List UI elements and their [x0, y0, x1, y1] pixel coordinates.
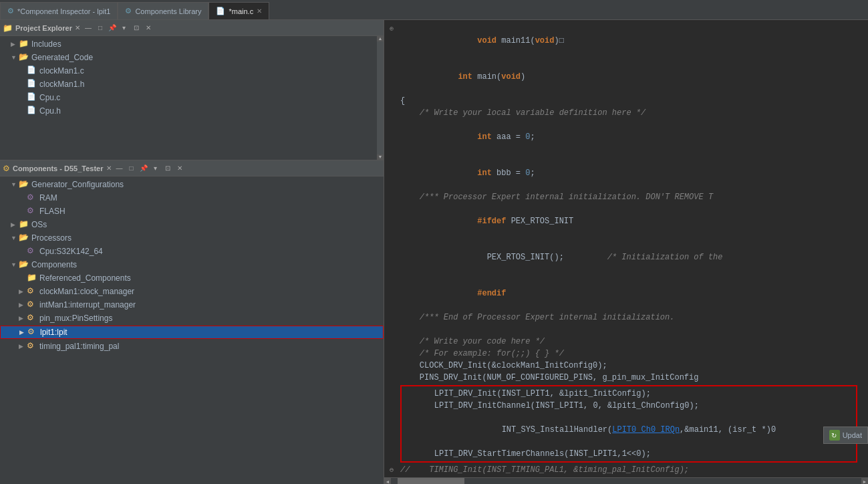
tree-item-pin-mux[interactable]: ▶ ⚙ pin_mux:PinSettings — [0, 312, 384, 325]
tab-main-c[interactable]: 📄 *main.c ✕ — [208, 2, 269, 19]
tree-item-clockman1[interactable]: ▶ ⚙ clockMan1:clock_manager — [0, 285, 384, 298]
pin-mux-comp-label: pin_mux:PinSettings — [39, 314, 112, 323]
tab-components-library[interactable]: ⚙ Components Library — [118, 2, 208, 19]
tree-item-cpu-s32k[interactable]: ⚙ Cpu:S32K142_64 — [0, 245, 384, 258]
line-text-13: /* Write your code here */ — [400, 336, 863, 348]
ref-components-icon: 📁 — [27, 273, 37, 283]
timing-pal1-comp-icon: ⚙ — [27, 341, 37, 352]
tree-item-cpu-h[interactable]: 📄 Cpu.h — [0, 104, 384, 118]
line-text-9: PEX_RTOS_INIT(); /* Initialization of th… — [400, 239, 863, 275]
project-explorer-toolbar: — □ 📌 ▾ ⊡ ✕ — [83, 23, 154, 33]
cpu-h-label: Cpu.h — [39, 106, 61, 116]
lpit1-arrow: ▶ — [19, 329, 27, 336]
oss-label: OSs — [31, 220, 47, 229]
update-button[interactable]: ↻ Updat — [823, 427, 868, 444]
tab-components-library-label: Components Library — [135, 7, 201, 15]
tree-item-clockman1-c[interactable]: 📄 clockMan1.c — [0, 64, 384, 78]
line-text-15: CLOCK_DRV_Init(&clockMan1_InitConfig0); — [400, 360, 863, 372]
line-text-14: /* For example: for(;;) { } */ — [400, 348, 863, 360]
includes-arrow: ▶ — [11, 41, 19, 47]
tree-item-processors[interactable]: ▼ 📂 Processors — [0, 231, 384, 245]
scroll-left-btn[interactable]: ◄ — [384, 478, 391, 484]
line-text-2: int main(void) — [400, 59, 863, 95]
comp-minimize-btn[interactable]: — — [114, 163, 125, 174]
timing-pal1-comp-label: timing_pal1:timing_pal — [39, 342, 119, 351]
scroll-down-btn[interactable]: ▼ — [377, 154, 384, 160]
lpit1-comp-label: lpit1:lpit — [40, 328, 67, 337]
project-explorer-panel: 📁 Project Explorer ✕ — □ 📌 ▾ ⊡ ✕ — [0, 20, 384, 160]
tree-item-oss[interactable]: ▶ 📁 OSs — [0, 218, 384, 231]
code-editor[interactable]: ⊕ void main11(void)□ int main(void) { — [384, 20, 868, 477]
components-folder-icon: 📂 — [19, 259, 29, 270]
components-panel-toolbar: — □ 📌 ▾ ⊡ ✕ — [114, 163, 185, 174]
code-line-14: /* For example: for(;;) { } */ — [390, 348, 863, 360]
components-panel-close-icon[interactable]: ✕ — [106, 164, 112, 172]
includes-folder-icon: 📁 — [19, 39, 29, 49]
code-line-16: PINS_DRV_Init(NUM_OF_CONFIGURED_PINS, g_… — [390, 372, 863, 384]
pin-btn[interactable]: 📌 — [107, 23, 118, 33]
bottom-scroll-thumb[interactable] — [398, 478, 464, 484]
menu-btn[interactable]: ▾ — [119, 23, 130, 33]
code-line-2: int main(void) — [390, 59, 863, 95]
tree-item-components[interactable]: ▼ 📂 Components — [0, 258, 384, 271]
comp-maximize-btn[interactable]: □ — [126, 163, 137, 174]
line-text-5: int aaa = 0; — [400, 119, 863, 155]
flash-icon: ⚙ — [27, 206, 37, 217]
tab-main-c-close[interactable]: ✕ — [257, 7, 262, 15]
tab-component-inspector[interactable]: ⚙ *Component Inspector - lpit1 — [0, 2, 118, 19]
project-explorer-header: 📁 Project Explorer ✕ — □ 📌 ▾ ⊡ ✕ — [0, 20, 384, 36]
cpu-s32k-label: Cpu:S32K142_64 — [39, 247, 103, 256]
svg-text:↻: ↻ — [831, 432, 837, 439]
close-btn[interactable]: ✕ — [143, 23, 154, 33]
tree-item-generated-code[interactable]: ▼ 📂 Generated_Code — [0, 51, 384, 64]
line-text-16: PINS_DRV_Init(NUM_OF_CONFIGURED_PINS, g_… — [400, 372, 863, 384]
tree-item-ref-components[interactable]: 📁 Referenced_Components — [0, 271, 384, 285]
project-explorer-icon: 📁 — [3, 23, 13, 33]
processors-arrow: ▼ — [11, 235, 19, 241]
tree-item-clockman1-h[interactable]: 📄 clockMan1.h — [0, 78, 384, 91]
code-line-8: #ifdef PEX_RTOS_INIT — [390, 203, 863, 239]
line-text-17: LPIT_DRV_Init(INST_LPIT1, &lpit1_InitCon… — [415, 388, 853, 400]
code-line-17: LPIT_DRV_Init(INST_LPIT1, &lpit1_InitCon… — [404, 388, 853, 400]
code-line-18: LPIT_DRV_InitChannel(INST_LPIT1, 0, &lpi… — [404, 400, 853, 412]
tree-item-flash[interactable]: ⚙ FLASH — [0, 205, 384, 218]
intman1-comp-icon: ⚙ — [27, 299, 37, 310]
project-tree[interactable]: ▶ 📁 Includes ▼ 📂 Generated_Code 📄 — [0, 36, 384, 160]
tree-item-gen-configs[interactable]: ▼ 📂 Generator_Configurations — [0, 178, 384, 191]
comp-menu-btn[interactable]: ▾ — [150, 163, 161, 174]
oss-arrow: ▶ — [11, 221, 19, 228]
ref-components-label: Referenced_Components — [39, 273, 131, 283]
line-arrow-21: ⊖ — [390, 465, 400, 477]
tree-item-includes[interactable]: ▶ 📁 Includes — [0, 37, 384, 51]
tree-item-cpu-c[interactable]: 📄 Cpu.c — [0, 91, 384, 104]
cpu-s32k-icon: ⚙ — [27, 246, 37, 257]
project-scrollbar[interactable]: ▲ ▼ — [377, 36, 384, 160]
update-label: Updat — [843, 431, 862, 439]
tree-item-lpit1[interactable]: ▶ ⚙ lpit1:lpit — [0, 326, 384, 339]
comp-pin-btn[interactable]: 📌 — [138, 163, 149, 174]
oss-icon: 📁 — [19, 219, 29, 230]
scroll-right-btn[interactable]: ► — [861, 478, 868, 484]
maximize-btn[interactable]: □ — [95, 23, 106, 33]
project-explorer-close-icon[interactable]: ✕ — [75, 24, 80, 31]
components-label: Components — [31, 260, 77, 269]
options-btn[interactable]: ⊡ — [131, 23, 142, 33]
scroll-up-btn[interactable]: ▲ — [377, 36, 384, 41]
tree-item-ram[interactable]: ⚙ RAM — [0, 191, 384, 205]
line-text-7: /*** Processor Expert internal initializ… — [400, 191, 863, 203]
code-line-10: #endif — [390, 275, 863, 312]
tree-item-timing-pal1[interactable]: ▶ ⚙ timing_pal1:timing_pal — [0, 340, 384, 353]
tree-item-intman1[interactable]: ▶ ⚙ intMan1:interrupt_manager — [0, 298, 384, 312]
minimize-btn[interactable]: — — [83, 23, 94, 33]
gen-configs-label: Generator_Configurations — [31, 180, 124, 189]
components-tree[interactable]: ▼ 📂 Generator_Configurations ⚙ RAM ⚙ — [0, 176, 384, 484]
comp-options-btn[interactable]: ⊡ — [162, 163, 173, 174]
bottom-scrollbar[interactable]: ◄ ► — [384, 477, 868, 484]
comp-close-btn[interactable]: ✕ — [174, 163, 185, 174]
tab-bar: ⚙ *Component Inspector - lpit1 ⚙ Compone… — [0, 0, 868, 20]
main-c-icon: 📄 — [216, 7, 225, 15]
clockman1-comp-icon: ⚙ — [27, 286, 37, 297]
code-line-15: CLOCK_DRV_Init(&clockMan1_InitConfig0); — [390, 360, 863, 372]
ram-icon: ⚙ — [27, 193, 37, 203]
timing-pal1-arrow: ▶ — [19, 343, 27, 350]
